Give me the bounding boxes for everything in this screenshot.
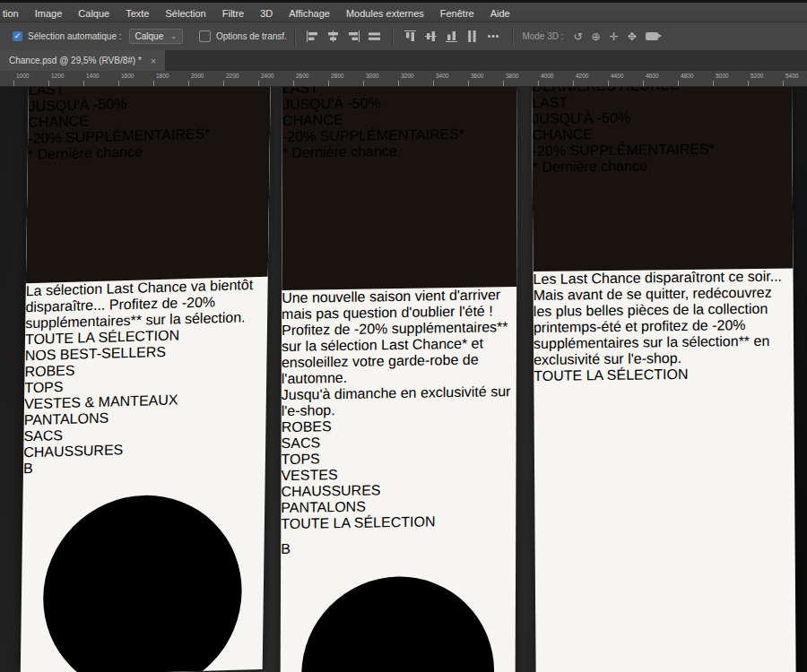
email2-cta-strip: TOUTE LA SÉLECTION <box>281 513 516 532</box>
align-top-icon[interactable] <box>403 30 418 43</box>
hero-wall-background <box>428 86 517 288</box>
email3-hero-photo: DERNIÈRES HEURES LAST JUSQU'À -50% CHANC… <box>532 86 793 271</box>
menu-texte[interactable]: Texte <box>117 8 157 19</box>
ruler-tick: 1000 <box>16 73 29 79</box>
distribute-vertical-icon[interactable] <box>464 30 480 43</box>
email1-services-row: LIVRAISON & RETOURS OFFERTS PAIEMENT SÉC… <box>21 470 265 672</box>
email1-intro-text: La sélection Last Chance va bientôt disp… <box>25 277 268 332</box>
align-center-horizontal-icon[interactable] <box>325 30 341 43</box>
menu-edition[interactable]: tion <box>0 8 27 19</box>
auto-select-checkbox[interactable]: ✓ <box>13 31 22 41</box>
menu-bar: tion Image Calque Texte Sélection Filtre… <box>0 0 807 24</box>
distribute-horizontal-icon[interactable] <box>367 30 382 43</box>
menu-3d[interactable]: 3D <box>252 8 281 19</box>
email3-cta-all-selection: TOUTE LA SÉLECTION <box>534 365 794 384</box>
menu-filtre[interactable]: Filtre <box>214 8 252 19</box>
ruler-tick: 3600 <box>471 73 483 79</box>
hero-wall-background <box>176 86 271 280</box>
service-delivery: LIVRAISON & RETOURS OFFERTS <box>281 554 516 672</box>
ruler-tick: 3000 <box>366 73 378 79</box>
ruler-tick: 5400 <box>785 73 798 79</box>
email2-hero-photo: LAST JUSQU'À -50% CHANCE -20% SUPPLÉMENT… <box>282 86 517 290</box>
toolbar-divider <box>392 28 393 46</box>
ruler-tick: 2000 <box>191 73 204 79</box>
menu-affichage[interactable]: Affichage <box>281 8 338 19</box>
email2-offer-paragraph: Profitez de -20% supplémentaires** sur l… <box>282 319 516 387</box>
artboard-email-2[interactable]: LAST JUSQU'À -50% CHANCE -20% SUPPLÉMENT… <box>281 86 517 672</box>
ruler-tick: 2600 <box>296 73 308 79</box>
horizontal-ruler[interactable]: 1000 1200 1400 1600 1800 2000 2200 2400 … <box>0 71 807 87</box>
menu-modules-externes[interactable]: Modules externes <box>338 8 432 19</box>
auto-select-target-dropdown[interactable]: Calque ⌄ <box>129 29 183 44</box>
menu-selection[interactable]: Sélection <box>157 8 213 19</box>
document-tab[interactable]: Chance.psd @ 29,5% (RVB/8#) * × <box>0 50 165 71</box>
email2-deadline-note: Jusqu'à dimanche en exclusivité sur l'e-… <box>282 383 516 419</box>
dropdown-value: Calque <box>135 31 164 41</box>
menu-fenetre[interactable]: Fenêtre <box>432 8 482 19</box>
ruler-tick: 1800 <box>156 73 169 79</box>
document-title: Chance.psd @ 29,5% (RVB/8#) * <box>9 56 142 65</box>
email1-category-grid: ROBES TOPS VESTES & MANTEAUX PANTALONS S… <box>23 358 266 461</box>
slide-3d-icon[interactable]: ✥ <box>628 30 637 43</box>
roll-3d-icon[interactable]: ⊕ <box>592 30 601 43</box>
close-icon[interactable]: × <box>151 56 156 66</box>
align-left-icon[interactable] <box>305 30 320 43</box>
email2-services-row: LIVRAISON & RETOURS OFFERTS PAIEMENT SÉC… <box>281 554 516 672</box>
toolbar-divider <box>512 28 513 46</box>
menu-image[interactable]: Image <box>27 8 71 19</box>
ruler-tick: 3400 <box>436 73 448 79</box>
mode-3d-label: Mode 3D : <box>522 31 563 41</box>
ruler-tick: 1200 <box>51 73 64 79</box>
ruler-tick: 5200 <box>751 73 763 79</box>
ruler-tick: 4600 <box>646 73 658 79</box>
ruler-tick: 4800 <box>681 73 693 79</box>
ruler-tick: 5000 <box>716 73 728 79</box>
align-bottom-icon[interactable] <box>444 30 459 43</box>
email2-product-grid: ROBES SACS TOPS VESTES CHAUSSURES <box>281 416 516 516</box>
email3-offer-paragraph: Mais avant de se quitter, redécouvrez le… <box>534 284 794 368</box>
tool-options-bar: ✓ Sélection automatique : Calque ⌄ Optio… <box>0 22 807 51</box>
ruler-tick: 2400 <box>261 73 273 79</box>
service-delivery: LIVRAISON & RETOURS OFFERTS <box>21 470 265 672</box>
ruler-tick: 2200 <box>226 73 239 79</box>
artboard-email-1[interactable]: LAST JUSQU'À -50% CHANCE -20% SUPPLÉMENT… <box>21 86 271 672</box>
ruler-tick: 4200 <box>576 73 588 79</box>
ruler-tick: 3800 <box>506 73 518 79</box>
email2-product-panel: ROBES SACS TOPS VESTES CHAUSSURES <box>281 416 516 532</box>
ruler-tick: 4000 <box>541 73 553 79</box>
ruler-tick: 1400 <box>86 73 99 79</box>
transform-controls-label: Options de transf. <box>216 31 287 41</box>
artboard-email-3[interactable]: DERNIÈRES HEURES LAST JUSQU'À -50% CHANC… <box>532 86 796 672</box>
menu-calque[interactable]: Calque <box>70 8 117 19</box>
menu-aide[interactable]: Aide <box>482 8 518 19</box>
ruler-tick: 3200 <box>401 73 413 79</box>
document-tab-bar: Chance.psd @ 29,5% (RVB/8#) * × <box>0 50 807 71</box>
align-right-icon[interactable] <box>346 30 361 43</box>
email2-cta-all-selection: TOUTE LA SÉLECTION <box>281 513 516 532</box>
toolbar-divider <box>294 28 295 46</box>
camera-3d-icon[interactable] <box>646 32 658 40</box>
orbit-3d-icon[interactable]: ↺ <box>574 30 583 43</box>
hero-wall-background <box>693 86 794 270</box>
ruler-tick: 2800 <box>331 73 343 79</box>
ruler-tick: 4400 <box>611 73 623 79</box>
pan-3d-icon[interactable]: ✛ <box>610 30 619 43</box>
chevron-down-icon: ⌄ <box>170 32 177 40</box>
transform-controls-checkbox[interactable] <box>199 30 211 42</box>
email2-intro-text: Une nouvelle saison vient d'arriver mais… <box>282 287 516 323</box>
more-options-icon[interactable]: ••• <box>488 31 500 41</box>
document-canvas[interactable]: LAST JUSQU'À -50% CHANCE -20% SUPPLÉMENT… <box>0 86 807 672</box>
auto-select-label: Sélection automatique : <box>28 31 122 41</box>
align-middle-icon[interactable] <box>423 30 438 43</box>
ruler-tick: 1600 <box>121 73 134 79</box>
email1-hero-photo: LAST JUSQU'À -50% CHANCE -20% SUPPLÉMENT… <box>26 86 271 283</box>
